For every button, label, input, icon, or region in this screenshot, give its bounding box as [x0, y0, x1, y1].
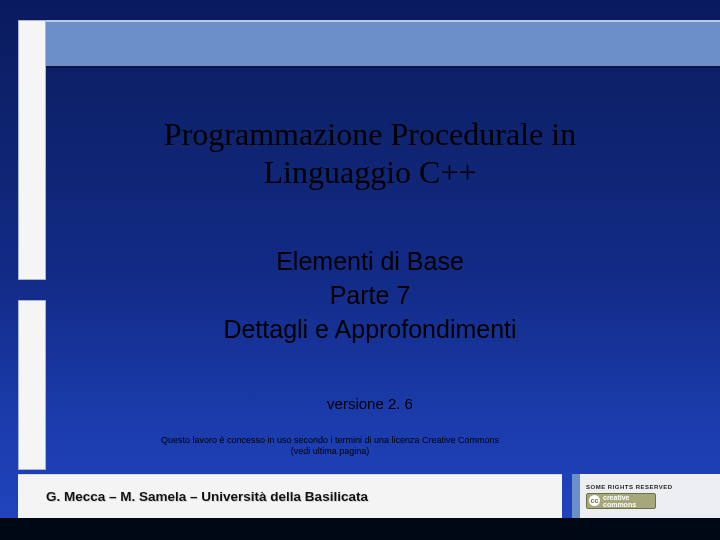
top-accent-bar: [18, 20, 720, 68]
left-accent-upper: [18, 20, 46, 280]
subtitle-line-2: Parte 7: [330, 281, 411, 309]
title-line-2: Linguaggio C++: [264, 154, 477, 190]
cc-text: creative commons: [603, 494, 636, 508]
title-line-1: Programmazione Procedurale in: [164, 116, 576, 152]
cc-text-top: creative: [603, 494, 636, 501]
license-badge-block: SOME RIGHTS RESERVED cc creative commons: [572, 474, 720, 518]
subtitle-line-3: Dettagli e Approfondimenti: [223, 315, 516, 343]
footer-bar: G. Mecca – M. Samela – Università della …: [18, 474, 562, 518]
license-line-2: (vedi ultima pagina): [291, 446, 370, 456]
version-label: versione 2. 6: [60, 395, 680, 412]
slide-subtitle: Elementi di Base Parte 7 Dettagli e Appr…: [60, 245, 680, 346]
cc-text-bottom: commons: [603, 501, 636, 508]
subtitle-line-1: Elementi di Base: [276, 247, 464, 275]
creative-commons-icon: cc creative commons: [586, 493, 656, 509]
license-note: Questo lavoro è concesso in uso secondo …: [60, 435, 600, 458]
left-accent-lower: [18, 300, 46, 470]
cc-symbol: cc: [589, 495, 600, 506]
authors-label: G. Mecca – M. Samela – Università della …: [46, 489, 368, 504]
rights-reserved-label: SOME RIGHTS RESERVED: [586, 484, 673, 490]
slide: Programmazione Procedurale in Linguaggio…: [0, 0, 720, 540]
license-line-1: Questo lavoro è concesso in uso secondo …: [161, 435, 499, 445]
slide-title: Programmazione Procedurale in Linguaggio…: [60, 115, 680, 192]
